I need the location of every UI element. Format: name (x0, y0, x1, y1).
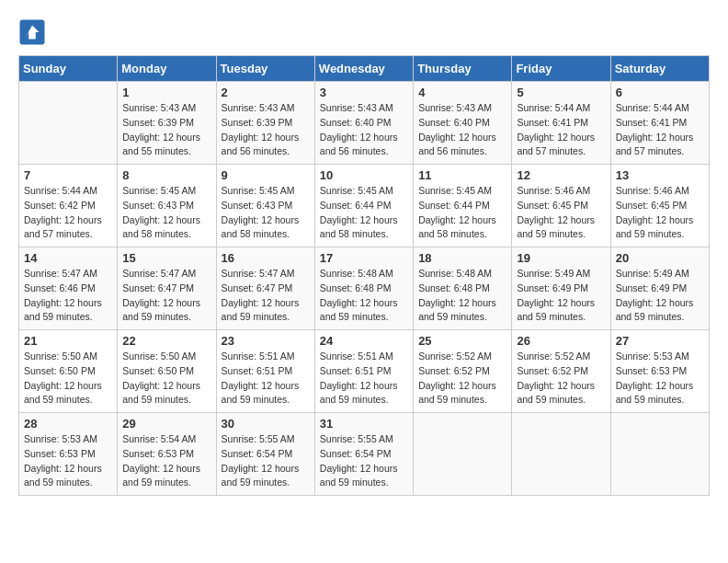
day-number: 28 (24, 417, 112, 431)
calendar-cell: 3Sunrise: 5:43 AM Sunset: 6:40 PM Daylig… (314, 82, 413, 165)
column-header-friday: Friday (512, 56, 610, 82)
calendar-row: 21Sunrise: 5:50 AM Sunset: 6:50 PM Dayli… (19, 330, 710, 413)
day-number: 21 (24, 334, 112, 348)
day-info: Sunrise: 5:46 AM Sunset: 6:45 PM Dayligh… (616, 184, 704, 242)
day-number: 30 (222, 417, 310, 431)
day-number: 31 (320, 417, 408, 431)
calendar-cell: 17Sunrise: 5:48 AM Sunset: 6:48 PM Dayli… (314, 247, 413, 330)
day-number: 15 (122, 251, 210, 265)
day-info: Sunrise: 5:51 AM Sunset: 6:51 PM Dayligh… (320, 350, 408, 408)
day-number: 25 (418, 334, 506, 348)
day-info: Sunrise: 5:52 AM Sunset: 6:52 PM Dayligh… (517, 350, 605, 408)
logo (18, 18, 48, 46)
calendar-row: 1Sunrise: 5:43 AM Sunset: 6:39 PM Daylig… (19, 82, 710, 165)
day-info: Sunrise: 5:46 AM Sunset: 6:45 PM Dayligh… (517, 184, 605, 242)
day-number: 13 (616, 168, 704, 182)
calendar-cell: 23Sunrise: 5:51 AM Sunset: 6:51 PM Dayli… (216, 330, 314, 413)
day-number: 10 (320, 168, 408, 182)
day-info: Sunrise: 5:50 AM Sunset: 6:50 PM Dayligh… (122, 350, 210, 408)
day-info: Sunrise: 5:44 AM Sunset: 6:42 PM Dayligh… (24, 184, 112, 242)
calendar-cell: 29Sunrise: 5:54 AM Sunset: 6:53 PM Dayli… (118, 413, 216, 496)
calendar-row: 7Sunrise: 5:44 AM Sunset: 6:42 PM Daylig… (19, 165, 710, 247)
calendar-cell (414, 413, 512, 496)
day-number: 19 (517, 251, 605, 265)
day-info: Sunrise: 5:48 AM Sunset: 6:48 PM Dayligh… (418, 267, 506, 325)
calendar-cell: 22Sunrise: 5:50 AM Sunset: 6:50 PM Dayli… (118, 330, 216, 413)
calendar-cell: 13Sunrise: 5:46 AM Sunset: 6:45 PM Dayli… (610, 165, 709, 247)
column-header-monday: Monday (118, 56, 216, 82)
day-info: Sunrise: 5:47 AM Sunset: 6:47 PM Dayligh… (122, 267, 210, 325)
day-number: 6 (616, 86, 704, 99)
logo-icon (18, 18, 46, 46)
calendar-cell: 30Sunrise: 5:55 AM Sunset: 6:54 PM Dayli… (216, 413, 314, 496)
day-info: Sunrise: 5:43 AM Sunset: 6:40 PM Dayligh… (418, 101, 506, 159)
day-info: Sunrise: 5:49 AM Sunset: 6:49 PM Dayligh… (517, 267, 605, 325)
day-number: 17 (320, 251, 408, 265)
day-info: Sunrise: 5:53 AM Sunset: 6:53 PM Dayligh… (616, 350, 704, 408)
calendar-cell: 31Sunrise: 5:55 AM Sunset: 6:54 PM Dayli… (314, 413, 413, 496)
day-info: Sunrise: 5:44 AM Sunset: 6:41 PM Dayligh… (517, 101, 605, 159)
calendar-cell: 27Sunrise: 5:53 AM Sunset: 6:53 PM Dayli… (610, 330, 709, 413)
calendar-cell: 4Sunrise: 5:43 AM Sunset: 6:40 PM Daylig… (414, 82, 512, 165)
calendar-cell: 14Sunrise: 5:47 AM Sunset: 6:46 PM Dayli… (19, 247, 118, 330)
calendar-cell: 7Sunrise: 5:44 AM Sunset: 6:42 PM Daylig… (19, 165, 118, 247)
day-info: Sunrise: 5:43 AM Sunset: 6:39 PM Dayligh… (122, 101, 210, 159)
column-header-saturday: Saturday (610, 56, 709, 82)
day-info: Sunrise: 5:44 AM Sunset: 6:41 PM Dayligh… (616, 101, 704, 159)
day-number: 9 (222, 168, 310, 182)
day-number: 2 (222, 86, 310, 99)
calendar-table: SundayMondayTuesdayWednesdayThursdayFrid… (18, 55, 710, 496)
calendar-cell (19, 82, 118, 165)
calendar-cell: 26Sunrise: 5:52 AM Sunset: 6:52 PM Dayli… (512, 330, 610, 413)
calendar-cell: 18Sunrise: 5:48 AM Sunset: 6:48 PM Dayli… (414, 247, 512, 330)
calendar-cell: 11Sunrise: 5:45 AM Sunset: 6:44 PM Dayli… (414, 165, 512, 247)
day-number: 5 (517, 86, 605, 99)
day-number: 26 (517, 334, 605, 348)
day-number: 23 (222, 334, 310, 348)
day-info: Sunrise: 5:52 AM Sunset: 6:52 PM Dayligh… (418, 350, 506, 408)
day-number: 24 (320, 334, 408, 348)
calendar-cell: 9Sunrise: 5:45 AM Sunset: 6:43 PM Daylig… (216, 165, 314, 247)
day-info: Sunrise: 5:45 AM Sunset: 6:44 PM Dayligh… (418, 184, 506, 242)
day-number: 3 (320, 86, 408, 99)
day-number: 18 (418, 251, 506, 265)
calendar-row: 14Sunrise: 5:47 AM Sunset: 6:46 PM Dayli… (19, 247, 710, 330)
day-info: Sunrise: 5:43 AM Sunset: 6:39 PM Dayligh… (222, 101, 310, 159)
day-number: 16 (222, 251, 310, 265)
calendar-cell: 6Sunrise: 5:44 AM Sunset: 6:41 PM Daylig… (610, 82, 709, 165)
day-info: Sunrise: 5:49 AM Sunset: 6:49 PM Dayligh… (616, 267, 704, 325)
day-info: Sunrise: 5:55 AM Sunset: 6:54 PM Dayligh… (222, 432, 310, 490)
day-info: Sunrise: 5:55 AM Sunset: 6:54 PM Dayligh… (320, 432, 408, 490)
day-info: Sunrise: 5:47 AM Sunset: 6:46 PM Dayligh… (24, 267, 112, 325)
day-info: Sunrise: 5:50 AM Sunset: 6:50 PM Dayligh… (24, 350, 112, 408)
day-number: 20 (616, 251, 704, 265)
day-number: 7 (24, 168, 112, 182)
day-info: Sunrise: 5:45 AM Sunset: 6:43 PM Dayligh… (222, 184, 310, 242)
calendar-cell (512, 413, 610, 496)
calendar-cell: 21Sunrise: 5:50 AM Sunset: 6:50 PM Dayli… (19, 330, 118, 413)
calendar-row: 28Sunrise: 5:53 AM Sunset: 6:53 PM Dayli… (19, 413, 710, 496)
column-header-thursday: Thursday (414, 56, 512, 82)
day-number: 14 (24, 251, 112, 265)
calendar-cell: 24Sunrise: 5:51 AM Sunset: 6:51 PM Dayli… (314, 330, 413, 413)
column-header-wednesday: Wednesday (314, 56, 413, 82)
day-info: Sunrise: 5:51 AM Sunset: 6:51 PM Dayligh… (222, 350, 310, 408)
day-info: Sunrise: 5:54 AM Sunset: 6:53 PM Dayligh… (122, 432, 210, 490)
day-number: 12 (517, 168, 605, 182)
day-number: 4 (418, 86, 506, 99)
calendar-header: SundayMondayTuesdayWednesdayThursdayFrid… (19, 56, 710, 82)
column-header-tuesday: Tuesday (216, 56, 314, 82)
day-info: Sunrise: 5:45 AM Sunset: 6:43 PM Dayligh… (122, 184, 210, 242)
header-row: SundayMondayTuesdayWednesdayThursdayFrid… (19, 56, 710, 82)
day-info: Sunrise: 5:45 AM Sunset: 6:44 PM Dayligh… (320, 184, 408, 242)
day-info: Sunrise: 5:43 AM Sunset: 6:40 PM Dayligh… (320, 101, 408, 159)
day-number: 29 (122, 417, 210, 431)
calendar-cell: 12Sunrise: 5:46 AM Sunset: 6:45 PM Dayli… (512, 165, 610, 247)
calendar-cell: 16Sunrise: 5:47 AM Sunset: 6:47 PM Dayli… (216, 247, 314, 330)
day-number: 27 (616, 334, 704, 348)
calendar-cell: 1Sunrise: 5:43 AM Sunset: 6:39 PM Daylig… (118, 82, 216, 165)
page-header (18, 18, 710, 46)
calendar-cell: 10Sunrise: 5:45 AM Sunset: 6:44 PM Dayli… (314, 165, 413, 247)
calendar-cell: 8Sunrise: 5:45 AM Sunset: 6:43 PM Daylig… (118, 165, 216, 247)
day-info: Sunrise: 5:53 AM Sunset: 6:53 PM Dayligh… (24, 432, 112, 490)
